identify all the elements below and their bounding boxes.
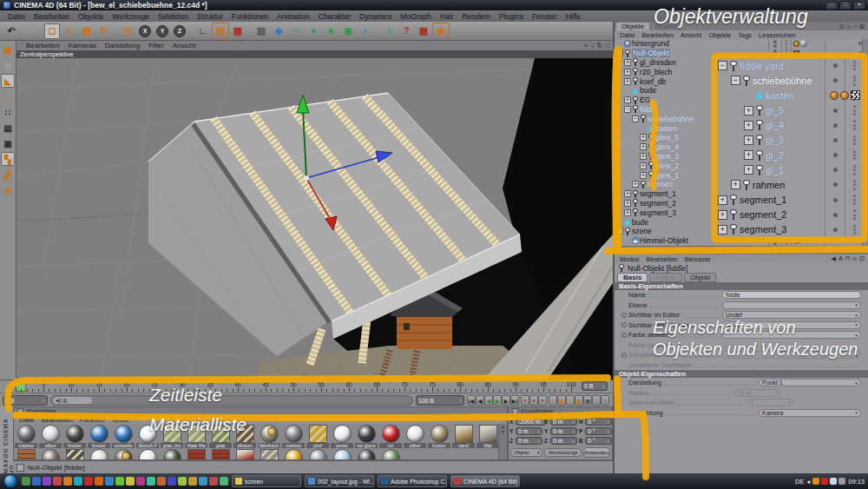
object-label[interactable]: r20_blech — [640, 68, 672, 76]
visibility-dots[interactable] — [825, 162, 845, 177]
material-preview-icon[interactable] — [800, 40, 807, 47]
attribute-dropdown[interactable]: Kamera▾ — [759, 409, 861, 417]
object-label[interactable]: gl_dresden — [640, 58, 676, 67]
visibility-dots[interactable] — [825, 222, 845, 237]
material-thumbnail[interactable] — [309, 449, 327, 459]
material-item[interactable] — [111, 448, 135, 459]
bodypaint-icon[interactable]: ◉ — [433, 23, 449, 39]
apply-button[interactable]: Anwenden — [583, 447, 610, 458]
lock-z-axis-icon[interactable]: Z — [172, 23, 187, 39]
om-menu-item[interactable]: Lesezeichen — [755, 31, 799, 39]
texture-mode-icon[interactable]: ▚ — [1, 152, 15, 166]
quick-launch-icon[interactable] — [147, 477, 155, 486]
undo-icon[interactable]: ↶ — [3, 23, 19, 39]
back-icon[interactable]: ◀ — [832, 255, 836, 262]
lock-icon[interactable]: ⊓ — [845, 255, 850, 262]
keyframe-dot[interactable] — [621, 353, 627, 358]
material-thumbnail[interactable] — [115, 425, 133, 443]
menu-item[interactable]: Animation — [273, 12, 314, 21]
expand-toggle[interactable]: − — [632, 116, 639, 122]
viewport-menu-item[interactable]: Bearbeiten — [22, 42, 64, 50]
stepper-icon[interactable]: ↕ — [607, 439, 609, 444]
quick-launch-icon[interactable] — [136, 477, 145, 486]
om-menu-item[interactable]: Ansicht — [677, 31, 706, 39]
object-label[interactable]: gleis_5 — [655, 133, 679, 142]
quick-launch-icon[interactable] — [168, 477, 176, 486]
material-item[interactable] — [281, 448, 306, 459]
expand-toggle[interactable]: + — [744, 165, 753, 175]
object-label[interactable]: gl_4 — [766, 120, 784, 130]
transport-button[interactable]: ▶| — [510, 395, 519, 406]
preview-range-slider[interactable]: ◂ 0 B — [50, 395, 413, 406]
coordinate-field[interactable]: 0 m↕ — [550, 427, 577, 435]
material-thumbnail[interactable] — [382, 425, 400, 443]
tab-basis[interactable]: Basis — [617, 273, 648, 282]
axis-origin[interactable] — [304, 175, 309, 181]
object-label[interactable]: gl_2 — [766, 150, 784, 161]
range-end-field[interactable]: 100 B↕ — [416, 395, 464, 406]
render-visibility-dot[interactable] — [773, 44, 777, 48]
zoomed-tree-row[interactable]: +segment_2 — [714, 208, 863, 222]
menu-item[interactable]: Dynamics — [355, 12, 396, 21]
quick-launch-icon[interactable] — [199, 477, 207, 486]
material-thumbnail[interactable] — [163, 449, 181, 459]
transport-button[interactable]: |◀ — [467, 395, 476, 406]
material-thumbnail[interactable] — [333, 425, 352, 443]
taskbar-window-button[interactable]: 002_layout.jpg - Wi... — [305, 475, 374, 487]
menu-item[interactable]: Plugins — [495, 12, 528, 21]
attribute-input[interactable]: fiddle — [722, 291, 861, 299]
material-thumbnail[interactable] — [17, 425, 36, 443]
texture-tag-icon[interactable] — [840, 91, 849, 100]
object-label[interactable]: gleis_1 — [655, 171, 679, 180]
menu-item[interactable]: Funktionen — [227, 12, 273, 21]
menu-item[interactable]: Charakter — [314, 12, 355, 21]
redo-icon[interactable]: ↷ — [21, 23, 36, 39]
quick-launch-icon[interactable] — [63, 477, 72, 486]
points-mode-icon[interactable]: ∷ — [1, 105, 15, 119]
material-item[interactable] — [233, 448, 257, 459]
object-label[interactable]: gleis_4 — [655, 142, 679, 151]
expand-toggle[interactable]: + — [718, 210, 727, 220]
stepper-icon[interactable]: ↕ — [572, 439, 575, 444]
coordinate-field[interactable]: 0 m↕ — [550, 418, 577, 426]
expand-toggle[interactable]: + — [624, 78, 631, 85]
visibility-dots[interactable] — [825, 118, 845, 133]
material-thumbnail[interactable] — [42, 425, 60, 443]
environment-icon[interactable]: ◗ — [358, 23, 373, 39]
expand-toggle[interactable]: + — [718, 195, 727, 205]
editor-visibility-dot[interactable] — [833, 228, 838, 232]
key-button[interactable]: ○ — [566, 395, 575, 406]
key-button[interactable]: ▨ — [601, 395, 609, 406]
font-icon[interactable]: A — [838, 255, 843, 262]
coordinate-field[interactable]: 0 °↕ — [585, 427, 612, 435]
material-thumbnail[interactable] — [42, 449, 60, 459]
material-thumbnail[interactable] — [90, 449, 108, 459]
attributes-menu-item[interactable]: Modus — [616, 255, 643, 263]
materials-menu-item[interactable]: Datei — [16, 416, 38, 424]
tray-icon[interactable] — [812, 478, 819, 485]
expand-toggle[interactable]: + — [731, 180, 740, 189]
transport-button[interactable]: ◀ — [476, 395, 484, 406]
quick-launch-icon[interactable] — [115, 477, 124, 486]
expand-toggle[interactable]: − — [731, 76, 740, 85]
3d-scene[interactable] — [16, 58, 613, 380]
material-thumbnail[interactable] — [66, 425, 84, 443]
om-menu-item[interactable]: Objekte — [705, 31, 734, 39]
material-item[interactable]: gras — [208, 424, 233, 448]
object-label[interactable]: EG — [640, 96, 650, 104]
zoom-view-icon[interactable]: ↓ — [590, 43, 594, 50]
material-thumbnail[interactable] — [17, 449, 36, 459]
object-label[interactable]: segment_1 — [740, 195, 786, 205]
visibility-dots[interactable] — [825, 58, 845, 73]
material-thumbnail[interactable] — [479, 425, 497, 443]
attribute-input[interactable]: 10 m↕ — [734, 389, 781, 397]
material-item[interactable]: Haar Ma — [184, 424, 208, 448]
particles-icon[interactable]: ∴ — [381, 23, 397, 39]
expand-toggle[interactable]: + — [640, 162, 647, 169]
object-label[interactable]: gleis_3 — [655, 152, 679, 161]
expand-toggle[interactable]: + — [640, 172, 647, 179]
record-button[interactable]: ● — [538, 395, 547, 406]
editor-visibility-dot[interactable] — [833, 168, 838, 172]
expand-toggle[interactable]: − — [718, 61, 727, 70]
attribute-dropdown[interactable]: Undef▾ — [722, 321, 861, 329]
